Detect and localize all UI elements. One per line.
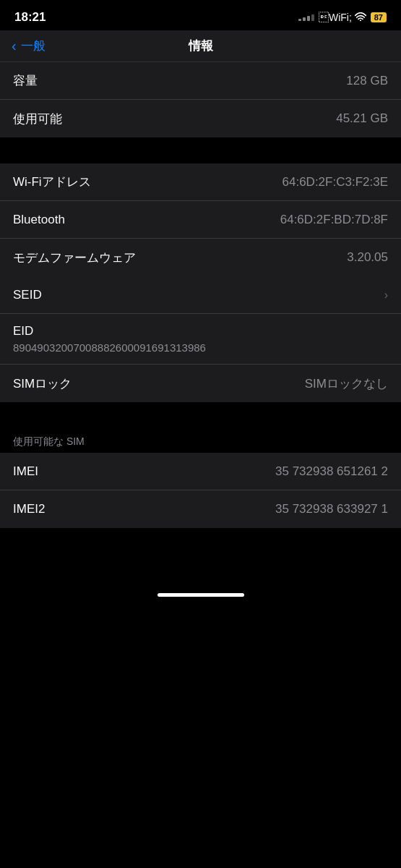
available-label: 使用可能 bbox=[13, 111, 62, 127]
wifi-icon: WiFi; bbox=[319, 12, 366, 23]
status-time: 18:21 bbox=[14, 10, 46, 25]
status-bar: 18:21 WiFi; 87 bbox=[0, 0, 401, 30]
imei-value: 35 732938 651261 2 bbox=[275, 464, 388, 479]
available-row: 使用可能 45.21 GB bbox=[0, 100, 401, 137]
sim-lock-value: SIMロックなし bbox=[305, 375, 388, 392]
battery-indicator: 87 bbox=[371, 12, 387, 22]
back-chevron-icon: ‹ bbox=[12, 38, 17, 54]
modem-firmware-value: 3.20.05 bbox=[347, 250, 388, 265]
seid-label: SEID bbox=[13, 288, 42, 302]
seid-row[interactable]: SEID › bbox=[0, 276, 401, 314]
bluetooth-label: Bluetooth bbox=[13, 213, 65, 227]
imei2-row: IMEI2 35 732938 633927 1 bbox=[0, 490, 401, 528]
gap-1 bbox=[0, 137, 401, 163]
home-bar bbox=[158, 593, 244, 597]
imei-row: IMEI 35 732938 651261 2 bbox=[0, 453, 401, 490]
gap-2 bbox=[0, 402, 401, 428]
available-sim-header: 使用可能な SIM bbox=[0, 428, 401, 453]
back-button[interactable]: ‹ 一般 bbox=[12, 38, 46, 54]
bluetooth-value: 64:6D:2F:BD:7D:8F bbox=[280, 213, 388, 227]
sim-lock-row: SIMロック SIMロックなし bbox=[0, 365, 401, 402]
page-title: 情報 bbox=[189, 38, 213, 54]
eid-row: EID 89049032007008882600091691313986 bbox=[0, 314, 401, 365]
signal-icon bbox=[298, 14, 314, 21]
imei2-value: 35 732938 633927 1 bbox=[275, 502, 388, 516]
home-indicator bbox=[0, 586, 401, 601]
eid-label: EID bbox=[13, 324, 33, 339]
storage-section: 容量 128 GB 使用可能 45.21 GB bbox=[0, 62, 401, 137]
capacity-row: 容量 128 GB bbox=[0, 62, 401, 100]
seid-chevron-container: › bbox=[384, 289, 388, 302]
eid-value: 89049032007008882600091691313986 bbox=[13, 341, 206, 354]
imei-label: IMEI bbox=[13, 464, 38, 479]
nav-bar: ‹ 一般 情報 bbox=[0, 30, 401, 62]
available-sim-section: IMEI 35 732938 651261 2 IMEI2 35 732938 … bbox=[0, 453, 401, 528]
seid-chevron-icon: › bbox=[384, 289, 388, 302]
bluetooth-row: Bluetooth 64:6D:2F:BD:7D:8F bbox=[0, 201, 401, 239]
svg-point-0 bbox=[360, 20, 361, 21]
back-label: 一般 bbox=[21, 38, 46, 54]
capacity-label: 容量 bbox=[13, 72, 38, 89]
imei2-label: IMEI2 bbox=[13, 502, 45, 516]
modem-firmware-row: モデムファームウェア 3.20.05 bbox=[0, 239, 401, 276]
wifi-address-row: Wi-Fiアドレス 64:6D:2F:C3:F2:3E bbox=[0, 163, 401, 201]
network-section: Wi-Fiアドレス 64:6D:2F:C3:F2:3E Bluetooth 64… bbox=[0, 163, 401, 276]
wifi-address-label: Wi-Fiアドレス bbox=[13, 174, 91, 190]
capacity-value: 128 GB bbox=[346, 74, 388, 88]
status-icons: WiFi; 87 bbox=[298, 12, 387, 23]
sim-lock-label: SIMロック bbox=[13, 375, 72, 392]
modem-firmware-label: モデムファームウェア bbox=[13, 250, 136, 266]
sim-section: SEID › EID 89049032007008882600091691313… bbox=[0, 276, 401, 402]
wifi-address-value: 64:6D:2F:C3:F2:3E bbox=[283, 175, 388, 190]
available-value: 45.21 GB bbox=[336, 111, 388, 126]
